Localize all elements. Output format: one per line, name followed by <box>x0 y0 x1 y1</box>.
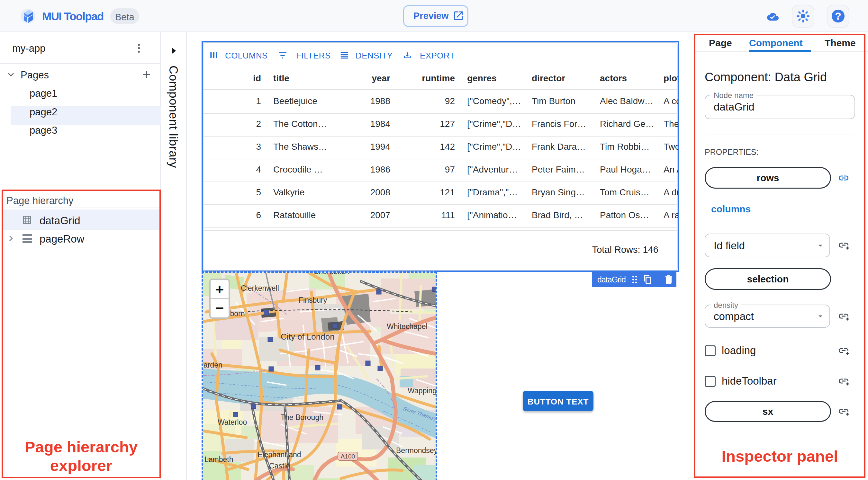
svg-text:A100: A100 <box>341 453 355 460</box>
svg-text:Garden: Garden <box>203 361 222 369</box>
svg-text:Shoreditch: Shoreditch <box>314 273 349 276</box>
svg-text:Finsbury: Finsbury <box>299 296 327 304</box>
svg-text:Elephant and: Elephant and <box>257 450 301 459</box>
svg-text:Wapping: Wapping <box>408 386 436 395</box>
svg-text:Bermondsey: Bermondsey <box>396 446 436 455</box>
svg-text:Waterloo: Waterloo <box>218 418 247 426</box>
svg-text:The Borough: The Borough <box>281 413 323 421</box>
svg-text:Clerkenwell: Clerkenwell <box>241 284 279 292</box>
svg-text:Whitechapel: Whitechapel <box>387 322 428 330</box>
svg-text:Castle: Castle <box>269 462 290 470</box>
svg-text:Lambeth: Lambeth <box>205 455 234 463</box>
svg-text:City of London: City of London <box>281 332 335 342</box>
